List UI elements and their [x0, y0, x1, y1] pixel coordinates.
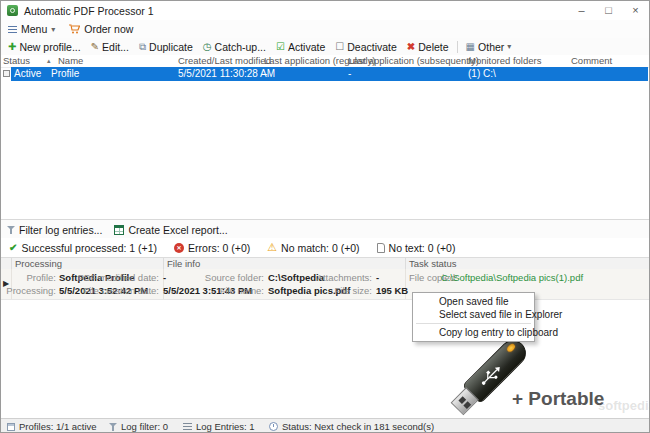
create-excel-report-label: Create Excel report...	[128, 224, 227, 236]
cell-last-regularly: -	[264, 67, 267, 81]
cell-last-subsequently: -	[348, 67, 351, 81]
app-icon	[7, 5, 18, 16]
unchecked-box-icon: ☐	[335, 42, 344, 52]
counter-no-match-label: No match: 0 (+0)	[281, 242, 360, 254]
statusbar-log-entries: Log Entries: 1	[183, 419, 255, 433]
funnel-icon	[7, 226, 15, 234]
new-profile-button[interactable]: ✚ New profile...	[3, 39, 86, 54]
log-column-file-info[interactable]: File info	[167, 258, 200, 269]
cart-icon	[69, 24, 80, 34]
edit-button[interactable]: ✎ Edit...	[86, 39, 134, 54]
statusbar-log-filter-label: Log filter: 0	[121, 421, 168, 432]
usb-hole	[463, 401, 471, 409]
catch-up-button[interactable]: ◷ Catch-up...	[198, 39, 271, 54]
sort-asc-icon: ▴	[47, 55, 51, 67]
clock-icon	[269, 422, 278, 431]
grid-icon: ▦	[466, 42, 475, 52]
column-monitored-folders[interactable]: Monitored folders	[468, 55, 541, 67]
create-excel-report-button[interactable]: Create Excel report...	[108, 221, 233, 238]
error-icon: ✕	[174, 243, 184, 253]
log-column-processing[interactable]: Processing	[15, 258, 62, 269]
counter-success-label: Successful processed: 1 (+1)	[21, 242, 157, 254]
log-toolbar: Filter log entries... Create Excel repor…	[1, 219, 649, 240]
title-bar: Automatic PDF Processor 1 – □ ×	[1, 1, 649, 20]
window-controls: – □ ×	[568, 1, 649, 20]
activate-label: Activate	[288, 41, 325, 53]
counter-errors-label: Errors: 0 (+0)	[188, 242, 250, 254]
usb-led	[506, 343, 517, 354]
filter-log-entries-button[interactable]: Filter log entries...	[1, 221, 108, 238]
file-copied-path-link[interactable]: C:\Softpedia\Softpedia pics(1).pdf	[441, 272, 583, 284]
duplicate-icon: ⧉	[139, 42, 146, 52]
main-toolbar: ✚ New profile... ✎ Edit... ⧉ Duplicate ◷…	[1, 38, 649, 56]
statusbar-profiles-label: Profiles: 1/1 active	[19, 421, 97, 432]
close-button[interactable]: ×	[622, 1, 649, 20]
context-menu: Open saved file Select saved file in Exp…	[412, 292, 535, 342]
menu-button[interactable]: Menu ▾	[1, 20, 62, 38]
duplicate-button[interactable]: ⧉ Duplicate	[134, 39, 198, 54]
deactivate-label: Deactivate	[347, 41, 397, 53]
window-title: Automatic PDF Processor 1	[24, 5, 154, 17]
usb-drive-image	[447, 341, 577, 423]
cell-status: Active	[14, 67, 41, 81]
deactivate-button[interactable]: ☐ Deactivate	[330, 39, 402, 54]
profile-label: Profile:	[1, 272, 56, 284]
counter-no-match: ⚠ No match: 0 (+0)	[267, 242, 359, 254]
processing-label: Processing:	[1, 285, 56, 297]
catch-up-label: Catch-up...	[215, 41, 266, 53]
column-status[interactable]: Status	[3, 55, 30, 67]
chevron-down-icon: ▾	[507, 42, 511, 51]
log-entry-row[interactable]: ▶ Profile: Softpedia Profile Processing:…	[1, 269, 649, 300]
file-size-label: File size:	[301, 285, 372, 297]
filter-log-entries-label: Filter log entries...	[19, 224, 102, 236]
clock-icon: ◷	[203, 42, 212, 52]
warning-icon: ⚠	[267, 242, 277, 253]
list-icon	[183, 423, 192, 430]
pdf-modified-value: -	[163, 272, 166, 284]
portable-label: + Portable	[512, 388, 604, 410]
menu-item-copy-log-entry[interactable]: Copy log entry to clipboard	[413, 326, 534, 339]
minimize-button[interactable]: –	[568, 1, 595, 20]
other-button[interactable]: ▦ Other ▾	[461, 39, 517, 54]
delete-label: Delete	[418, 41, 448, 53]
toolbar-separator	[457, 41, 458, 53]
pdf-modified-label: PDF modified date:	[61, 272, 159, 284]
file-creation-label: File creation date:	[61, 285, 159, 297]
watermark: softpedia	[598, 398, 650, 413]
order-now-button[interactable]: Order now	[62, 20, 140, 38]
menu-item-select-saved-file[interactable]: Select saved file in Explorer	[413, 308, 534, 321]
statusbar-log-entries-label: Log Entries: 1	[196, 421, 255, 432]
counter-no-text-label: No text: 0 (+0)	[389, 242, 456, 254]
usb-symbol-icon	[478, 362, 506, 390]
counter-no-text: No text: 0 (+0)	[377, 242, 456, 254]
attachments-value: -	[376, 272, 379, 284]
log-column-task-status[interactable]: Task status	[409, 258, 457, 269]
profile-row[interactable]: Active Profile 5/5/2021 11:30:28 AM - - …	[1, 67, 649, 81]
statusbar-status: Status: Next check in 181 second(s)	[269, 419, 434, 433]
cell-created: 5/5/2021 11:30:28 AM	[178, 67, 275, 81]
menu-label: Menu	[21, 23, 47, 35]
hamburger-icon	[8, 26, 17, 33]
duplicate-label: Duplicate	[149, 41, 193, 53]
chevron-down-icon: ▾	[51, 25, 55, 34]
cell-name: Profile	[51, 67, 79, 81]
log-counters: ✔ Successful processed: 1 (+1) ✕ Errors:…	[1, 238, 649, 257]
file-name-label: File name:	[186, 285, 264, 297]
delete-button[interactable]: ✖ Delete	[402, 39, 454, 54]
column-last-subsequently[interactable]: Last application (subsequently)	[348, 55, 479, 67]
counter-success: ✔ Successful processed: 1 (+1)	[9, 242, 157, 254]
other-label: Other	[478, 41, 504, 53]
new-profile-label: New profile...	[19, 41, 80, 53]
maximize-button[interactable]: □	[595, 1, 622, 20]
menu-item-open-saved-file[interactable]: Open saved file	[413, 295, 534, 308]
edit-label: Edit...	[102, 41, 129, 53]
check-icon: ✔	[9, 242, 17, 253]
counter-errors: ✕ Errors: 0 (+0)	[174, 242, 250, 254]
profiles-icon	[7, 423, 15, 431]
column-comment[interactable]: Comment	[571, 55, 612, 67]
activate-button[interactable]: ☑ Activate	[271, 39, 330, 54]
excel-icon	[114, 225, 124, 235]
column-name[interactable]: Name	[58, 55, 83, 67]
column-created[interactable]: Created/Last modified	[178, 55, 271, 67]
statusbar-log-filter: Log filter: 0	[109, 419, 168, 433]
